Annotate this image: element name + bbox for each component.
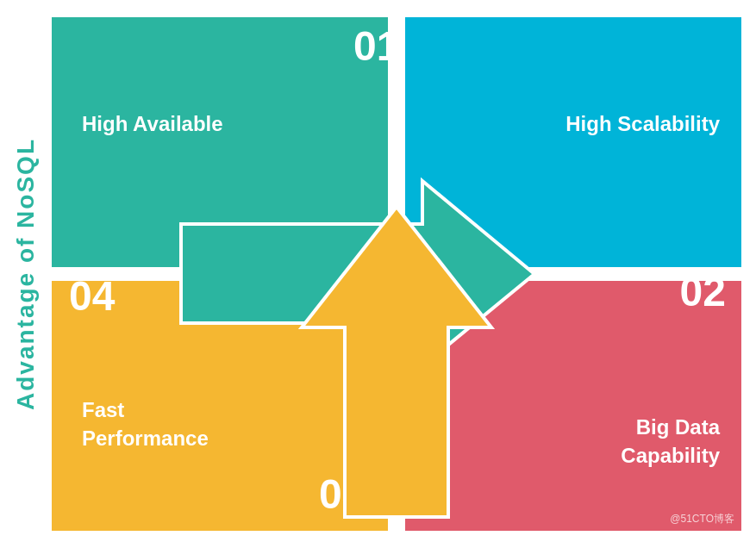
- page-wrapper: Advantage of NoSQL 01 02 03 04 High Avai…: [0, 0, 756, 548]
- main-area: 01 02 03 04 High Available High Scalabil…: [52, 17, 741, 531]
- number-02: 02: [680, 271, 726, 350]
- number-04: 04: [69, 276, 115, 317]
- label-high-available: High Available: [82, 112, 223, 136]
- vertical-title: Advantage of NoSQL: [0, 0, 52, 548]
- quadrant-top-left: [52, 17, 388, 267]
- label-big-data: Big DataCapability: [621, 413, 720, 470]
- vertical-title-text: Advantage of NoSQL: [12, 138, 40, 410]
- number-01: 01: [353, 26, 715, 67]
- watermark: @51CTO博客: [670, 512, 734, 526]
- number-03: 03: [319, 474, 365, 515]
- label-fast-performance: FastPerformance: [82, 395, 209, 453]
- label-high-scalability: High Scalability: [565, 112, 720, 136]
